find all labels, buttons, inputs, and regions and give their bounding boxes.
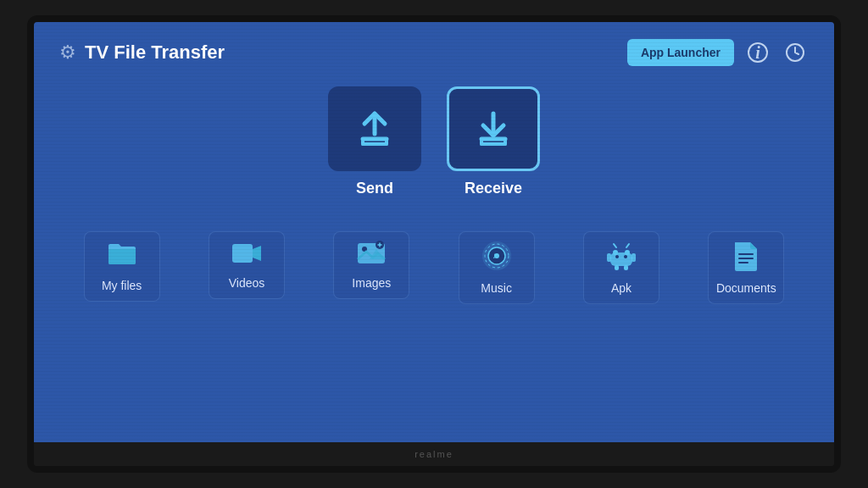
send-card[interactable]: Send	[328, 86, 421, 197]
music-icon: ♪	[481, 241, 512, 274]
svg-rect-13	[232, 244, 253, 263]
category-documents[interactable]: Documents	[708, 231, 784, 304]
receive-icon-box	[447, 86, 540, 171]
app-title: TV File Transfer	[85, 42, 225, 64]
videos-icon	[231, 241, 262, 269]
category-apk[interactable]: Apk	[583, 231, 659, 304]
send-icon-box	[328, 86, 421, 171]
send-icon	[351, 105, 398, 152]
videos-label: Videos	[229, 276, 265, 290]
clock-icon	[785, 42, 805, 63]
category-grid: My files Videos	[59, 223, 809, 313]
tv-screen: ⚙ TV File Transfer App Launcher i	[34, 22, 834, 442]
info-button[interactable]: i	[744, 39, 771, 66]
svg-marker-14	[253, 246, 261, 261]
brand-label: realme	[415, 449, 453, 459]
info-icon: i	[748, 42, 768, 63]
gear-icon: ⚙	[59, 42, 76, 64]
header-left: ⚙ TV File Transfer	[59, 42, 225, 64]
images-icon	[356, 241, 387, 269]
app-launcher-button[interactable]: App Launcher	[627, 39, 734, 66]
receive-label: Receive	[465, 180, 522, 197]
header-right: App Launcher i	[627, 39, 809, 66]
svg-line-29	[626, 244, 629, 247]
category-my-files[interactable]: My files	[84, 231, 160, 302]
send-label: Send	[356, 180, 393, 197]
documents-label: Documents	[716, 281, 776, 295]
svg-rect-34	[607, 253, 611, 262]
svg-text:♪: ♪	[492, 251, 497, 260]
svg-rect-27	[610, 252, 632, 266]
tv-bezel-bottom: realme	[34, 442, 834, 466]
svg-rect-35	[632, 253, 636, 262]
documents-icon	[733, 241, 759, 274]
svg-point-31	[624, 255, 627, 258]
images-label: Images	[352, 276, 391, 290]
header: ⚙ TV File Transfer App Launcher i	[59, 39, 809, 66]
apk-label: Apk	[611, 281, 632, 295]
receive-icon	[470, 105, 517, 152]
svg-rect-32	[615, 265, 619, 270]
svg-rect-33	[624, 265, 628, 270]
category-images[interactable]: Images	[333, 231, 409, 299]
apk-icon	[607, 241, 636, 274]
music-label: Music	[481, 281, 512, 295]
main-actions: Send Receive	[59, 86, 809, 197]
my-files-label: My files	[102, 279, 142, 292]
tv-frame: ⚙ TV File Transfer App Launcher i	[27, 15, 841, 473]
my-files-icon	[107, 241, 137, 272]
receive-card[interactable]: Receive	[447, 86, 540, 197]
svg-point-30	[615, 255, 619, 258]
category-music[interactable]: ♪ Music	[459, 231, 535, 304]
category-videos[interactable]: Videos	[209, 231, 285, 299]
svg-line-28	[614, 244, 616, 247]
clock-button[interactable]	[782, 39, 809, 66]
